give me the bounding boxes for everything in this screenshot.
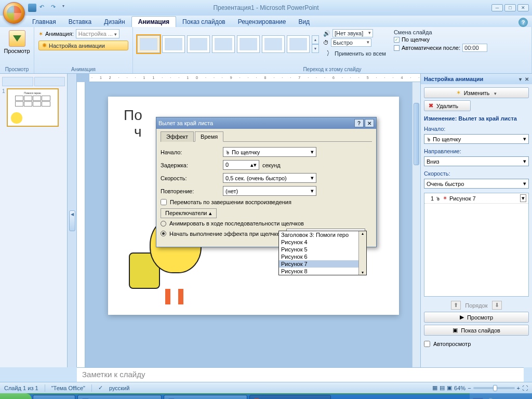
autopreview-checkbox[interactable]: [424, 341, 430, 347]
notes-pane[interactable]: Заметки к слайду: [77, 367, 524, 382]
close-button[interactable]: ✕: [517, 4, 529, 11]
remove-effect-button[interactable]: ✖Удалить: [424, 100, 471, 111]
animate-dropdown[interactable]: Настройка ...: [76, 29, 119, 38]
dlg-speed-dropdown[interactable]: 0,5 сек. (очень быстро)▾: [223, 173, 316, 183]
slides-tab[interactable]: [2, 77, 33, 86]
animation-pane-menu[interactable]: ▾: [519, 76, 522, 82]
animation-item-1[interactable]: 1 ✶ Рисунок 7 ▾: [424, 193, 528, 204]
maximize-button[interactable]: □: [504, 4, 516, 11]
dlg-radio-trigger[interactable]: [161, 231, 166, 236]
vertical-scrollbar[interactable]: [412, 82, 420, 367]
dialog-help-button[interactable]: ?: [354, 119, 364, 127]
view-sorter-icon[interactable]: ▤: [440, 384, 445, 391]
taskbar-folder[interactable]: 📁Триггеры: [33, 395, 75, 399]
redo-icon[interactable]: ↷: [51, 4, 59, 12]
transition-speed-dropdown[interactable]: Быстро: [331, 38, 371, 47]
zoom-in-button[interactable]: +: [517, 385, 520, 391]
move-down-button[interactable]: ⬇: [492, 301, 502, 310]
taskbar-powerpoint[interactable]: PMicrosoft PowerPoint ...: [249, 395, 331, 399]
apply-to-all-button[interactable]: ⼎Применить ко всем: [323, 48, 390, 59]
help-button[interactable]: ?: [518, 18, 528, 27]
dialog-titlebar[interactable]: Вылет за край листа ?✕: [156, 117, 376, 129]
effect-options-dialog: Вылет за край листа ?✕ Эффект Время Нача…: [156, 117, 377, 247]
zoom-percent[interactable]: 64%: [454, 385, 466, 391]
transition-sound-dropdown[interactable]: [Нет звука]: [332, 29, 373, 37]
minimize-button[interactable]: ─: [491, 4, 503, 11]
pane-direction-dropdown[interactable]: Вниз▾: [424, 156, 529, 166]
trigger-option[interactable]: Рисунок 8: [279, 268, 366, 275]
transition-thumb[interactable]: [287, 35, 310, 53]
play-button[interactable]: ▶Просмотр: [424, 312, 529, 323]
taskbar-word-1[interactable]: WТриггеры [Режим огран...: [77, 395, 161, 399]
view-normal-icon[interactable]: ▦: [432, 384, 437, 391]
start-button[interactable]: ⊞Пуск: [0, 393, 32, 399]
slide-panel: 1 Помоги герою: [0, 74, 68, 367]
animation-pane-close[interactable]: ✕: [525, 76, 529, 82]
dlg-rewind-checkbox[interactable]: [161, 199, 167, 205]
dialog-close-button[interactable]: ✕: [365, 119, 374, 127]
move-up-button[interactable]: ⬆: [451, 301, 461, 310]
trigger-option[interactable]: Рисунок 5: [279, 246, 366, 253]
auto-after-time[interactable]: 00:00: [462, 44, 487, 52]
tab-design[interactable]: Дизайн: [98, 17, 131, 27]
custom-animation-button[interactable]: ✺ Настройка анимации: [38, 41, 128, 50]
slide-thumbnail-1[interactable]: Помоги герою: [7, 88, 59, 127]
slide-number: 1: [2, 88, 5, 127]
preview-button[interactable]: Просмотр: [4, 29, 30, 55]
spellcheck-icon[interactable]: ✓: [98, 384, 103, 391]
trigger-option[interactable]: Рисунок 6: [279, 253, 366, 260]
dlg-radio-sequence[interactable]: [161, 221, 166, 227]
transition-thumb[interactable]: [262, 35, 285, 53]
pane-speed-dropdown[interactable]: Очень быстро▾: [424, 179, 529, 189]
listbox-scrollbar[interactable]: ▴▾: [358, 231, 366, 275]
transition-gallery-more[interactable]: ▲▼: [312, 35, 319, 53]
undo-icon[interactable]: ↶: [39, 4, 48, 12]
view-slideshow-icon[interactable]: ▣: [447, 384, 452, 391]
change-label: Изменить: [464, 90, 490, 96]
office-button[interactable]: [3, 2, 25, 24]
transition-gallery: ▲▼: [137, 29, 319, 59]
qat-dropdown-icon[interactable]: ▾: [62, 4, 71, 12]
transition-none[interactable]: [137, 35, 160, 53]
tab-home[interactable]: Главная: [26, 17, 62, 27]
auto-after-checkbox[interactable]: [394, 45, 400, 51]
animation-pane: Настройка анимации▾✕ ✶Изменить ✖Удалить …: [420, 74, 532, 367]
tab-view[interactable]: Вид: [292, 17, 316, 27]
transition-thumb[interactable]: [162, 35, 185, 53]
transition-thumb[interactable]: [187, 35, 210, 53]
transition-thumb[interactable]: [212, 35, 235, 53]
transition-thumb[interactable]: [237, 35, 260, 53]
fit-window-button[interactable]: ⛶: [522, 385, 528, 391]
title-bar: ↶ ↷ ▾ Презентация1 - Microsoft PowerPoin…: [0, 0, 532, 16]
trigger-option-selected[interactable]: Рисунок 7: [279, 260, 366, 268]
dlg-triggers-button[interactable]: Переключатели ▴: [161, 208, 217, 218]
zoom-slider[interactable]: [473, 387, 515, 389]
pane-start-dropdown[interactable]: По щелчку▾: [424, 134, 529, 144]
speed-icon: ⏱: [323, 39, 329, 46]
on-click-checkbox[interactable]: ✓: [394, 37, 400, 43]
dlg-repeat-label: Повторение:: [161, 188, 223, 194]
tab-slideshow[interactable]: Показ слайдов: [176, 17, 232, 27]
zoom-out-button[interactable]: −: [468, 385, 471, 391]
dialog-tab-effect[interactable]: Эффект: [161, 131, 194, 142]
change-effect-button[interactable]: ✶Изменить: [424, 87, 529, 98]
slideshow-button[interactable]: ▣Показ слайдов: [424, 325, 529, 336]
trigger-option[interactable]: Рисунок 4: [279, 238, 366, 246]
outline-tab[interactable]: [34, 77, 65, 86]
group-label-animation: Анимация: [34, 66, 132, 72]
dlg-repeat-dropdown[interactable]: (нет)▾: [223, 186, 316, 196]
dialog-tab-timing[interactable]: Время: [195, 131, 223, 142]
trigger-option[interactable]: Заголовок 3: Помоги геро: [279, 231, 366, 238]
dlg-delay-spinner[interactable]: 0▴▾: [223, 160, 259, 170]
taskbar-word-2[interactable]: WТриггеры_4 [Режим огр...: [164, 395, 248, 399]
tab-insert[interactable]: Вставка: [62, 17, 98, 27]
tab-animation[interactable]: Анимация: [131, 16, 176, 27]
animate-label: Анимация:: [45, 31, 74, 37]
reorder-controls: ⬆ Порядок ⬇: [424, 301, 529, 310]
panel-collapse-handle[interactable]: [68, 74, 77, 367]
save-icon[interactable]: [28, 4, 36, 12]
item-menu-button[interactable]: ▾: [520, 194, 526, 202]
status-language[interactable]: русский: [109, 385, 129, 391]
dlg-start-dropdown[interactable]: По щелчку▾: [223, 147, 316, 157]
tab-review[interactable]: Рецензирование: [232, 17, 292, 27]
